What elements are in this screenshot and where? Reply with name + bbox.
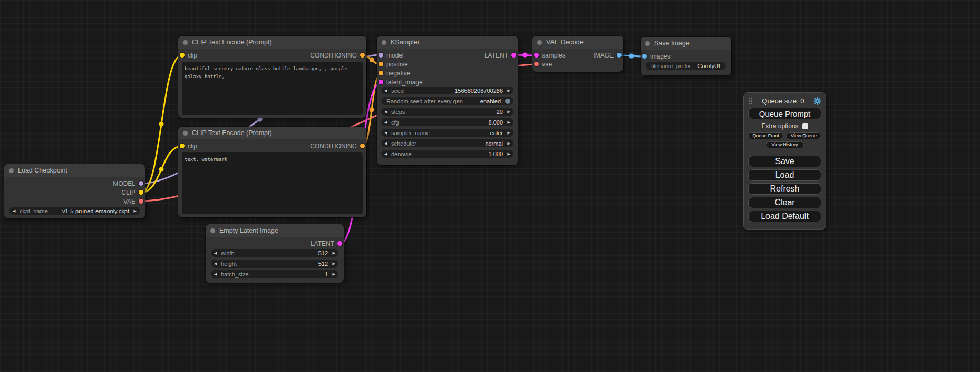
samples-input-port[interactable]: [534, 53, 539, 58]
collapse-dot-icon[interactable]: [382, 40, 386, 45]
slot-label: LATENT: [484, 52, 508, 59]
view-history-button[interactable]: View History: [766, 141, 804, 148]
widget-batch-size[interactable]: ◀ batch_size 1 ▶: [211, 270, 338, 278]
prev-arrow-icon[interactable]: ◀: [384, 120, 390, 124]
node-titlebar[interactable]: VAE Decode: [532, 36, 623, 49]
input-slot-vae: vae: [532, 60, 623, 69]
prev-arrow-icon[interactable]: ◀: [384, 110, 390, 113]
queue-prompt-button[interactable]: Queue Prompt: [748, 108, 821, 119]
clip-input-port[interactable]: [180, 144, 185, 148]
clip-input-port[interactable]: [180, 53, 185, 58]
next-arrow-icon[interactable]: ▶: [329, 251, 335, 255]
conditioning-output-port[interactable]: [360, 144, 365, 148]
drag-handle-icon[interactable]: ⣿: [748, 98, 753, 104]
view-queue-button[interactable]: View Queue: [786, 132, 821, 139]
slot-label: VAE: [123, 198, 135, 205]
node-save-image[interactable]: Save Image images filename_prefix ComfyU…: [641, 37, 731, 75]
collapse-dot-icon[interactable]: [183, 131, 188, 136]
node-ksampler[interactable]: KSampler model LATENT positive negative …: [377, 36, 518, 165]
widget-steps[interactable]: ◀ steps 20 ▶: [381, 108, 513, 116]
save-button[interactable]: Save: [748, 156, 821, 167]
node-titlebar[interactable]: CLIP Text Encode (Prompt): [178, 36, 366, 49]
prev-arrow-icon[interactable]: ◀: [13, 209, 18, 213]
prev-arrow-icon[interactable]: ◀: [384, 141, 390, 145]
slot-row: clip CONDITIONING: [178, 51, 366, 60]
widget-height[interactable]: ◀ height 512 ▶: [211, 260, 338, 268]
slot-label: CONDITIONING: [310, 52, 357, 59]
next-arrow-icon[interactable]: ▶: [504, 141, 510, 145]
prev-arrow-icon[interactable]: ◀: [214, 251, 220, 255]
vae-input-port[interactable]: [534, 62, 539, 66]
widget-value: 156680208700286: [454, 88, 503, 94]
link-dot: [370, 108, 374, 112]
node-titlebar[interactable]: Load Checkpoint: [4, 164, 145, 177]
next-arrow-icon[interactable]: ▶: [131, 209, 137, 213]
model-output-port[interactable]: [139, 181, 143, 186]
prev-arrow-icon[interactable]: ◀: [384, 152, 390, 156]
next-arrow-icon[interactable]: ▶: [329, 262, 335, 265]
collapse-dot-icon[interactable]: [645, 41, 650, 46]
widget-seed[interactable]: ◀ seed 156680208700286 ▶: [381, 87, 513, 94]
node-titlebar[interactable]: CLIP Text Encode (Prompt): [178, 127, 366, 139]
prev-arrow-icon[interactable]: ◀: [384, 131, 390, 135]
settings-gear-icon[interactable]: [813, 97, 821, 105]
widget-label: sampler_name: [391, 130, 430, 136]
extra-options-label: Extra options: [761, 122, 798, 130]
widget-ckpt-name[interactable]: ◀ ckpt_name v1-5-pruned-emaonly.ckpt ▶: [9, 207, 140, 215]
node-titlebar[interactable]: KSampler: [377, 36, 518, 49]
prompt-textarea[interactable]: beautiful scenery nature glass bottle la…: [182, 62, 363, 115]
node-empty-latent-image[interactable]: Empty Latent Image LATENT ◀ width 512 ▶ …: [206, 224, 344, 283]
prompt-textarea[interactable]: text, watermark: [182, 152, 363, 214]
node-clip-text-encode-positive[interactable]: CLIP Text Encode (Prompt) clip CONDITION…: [178, 36, 366, 118]
widget-cfg[interactable]: ◀ cfg 8.000 ▶: [381, 118, 513, 126]
prev-arrow-icon[interactable]: ◀: [214, 262, 220, 265]
clip-output-port[interactable]: [139, 190, 143, 195]
widget-random-seed[interactable]: Random seed after every gen enabled: [381, 97, 513, 105]
model-input-port[interactable]: [379, 53, 383, 58]
images-input-port[interactable]: [642, 54, 647, 59]
collapse-dot-icon[interactable]: [183, 40, 188, 45]
widget-value: 1: [325, 271, 328, 278]
slot-label: positive: [386, 61, 408, 68]
extra-options-checkbox[interactable]: [802, 123, 808, 129]
node-load-checkpoint[interactable]: Load Checkpoint MODEL CLIP VAE ◀ ckpt_na…: [4, 164, 145, 218]
input-slot-images: images: [641, 52, 731, 61]
next-arrow-icon[interactable]: ▶: [504, 89, 510, 92]
widget-sampler-name[interactable]: ◀ sampler_name euler ▶: [381, 129, 513, 137]
widget-value: 512: [318, 250, 328, 256]
widget-width[interactable]: ◀ width 512 ▶: [211, 249, 338, 257]
load-button[interactable]: Load: [748, 169, 821, 181]
node-clip-text-encode-negative[interactable]: CLIP Text Encode (Prompt) clip CONDITION…: [178, 127, 366, 217]
latent-output-port[interactable]: [511, 53, 516, 58]
vae-output-port[interactable]: [139, 199, 143, 204]
toggle-dot-icon[interactable]: [505, 99, 510, 104]
latent-image-input-port[interactable]: [379, 80, 383, 84]
next-arrow-icon[interactable]: ▶: [504, 131, 510, 135]
next-arrow-icon[interactable]: ▶: [504, 110, 510, 113]
node-titlebar[interactable]: Save Image: [641, 37, 731, 50]
next-arrow-icon[interactable]: ▶: [504, 120, 510, 124]
image-output-port[interactable]: [617, 53, 622, 58]
next-arrow-icon[interactable]: ▶: [329, 272, 335, 276]
queue-size-label: Queue size: 0: [753, 97, 813, 105]
node-titlebar[interactable]: Empty Latent Image: [206, 224, 344, 237]
node-title: CLIP Text Encode (Prompt): [192, 129, 272, 137]
latent-output-port[interactable]: [337, 241, 342, 246]
next-arrow-icon[interactable]: ▶: [504, 152, 510, 156]
prev-arrow-icon[interactable]: ◀: [214, 272, 220, 276]
refresh-button[interactable]: Refresh: [748, 183, 821, 195]
load-default-button[interactable]: Load Default: [748, 211, 821, 222]
negative-input-port[interactable]: [379, 71, 383, 75]
collapse-dot-icon[interactable]: [9, 168, 14, 173]
node-vae-decode[interactable]: VAE Decode samples IMAGE vae: [532, 36, 623, 72]
widget-scheduler[interactable]: ◀ scheduler normal ▶: [381, 139, 513, 147]
positive-input-port[interactable]: [379, 62, 383, 66]
queue-front-button[interactable]: Queue Front: [748, 132, 783, 139]
collapse-dot-icon[interactable]: [210, 228, 215, 233]
conditioning-output-port[interactable]: [360, 53, 365, 58]
widget-denoise[interactable]: ◀ denoise 1.000 ▶: [381, 150, 513, 158]
collapse-dot-icon[interactable]: [537, 40, 542, 45]
widget-filename-prefix[interactable]: filename_prefix ComfyUI: [646, 62, 726, 70]
prev-arrow-icon[interactable]: ◀: [384, 89, 390, 92]
clear-button[interactable]: Clear: [748, 197, 821, 208]
